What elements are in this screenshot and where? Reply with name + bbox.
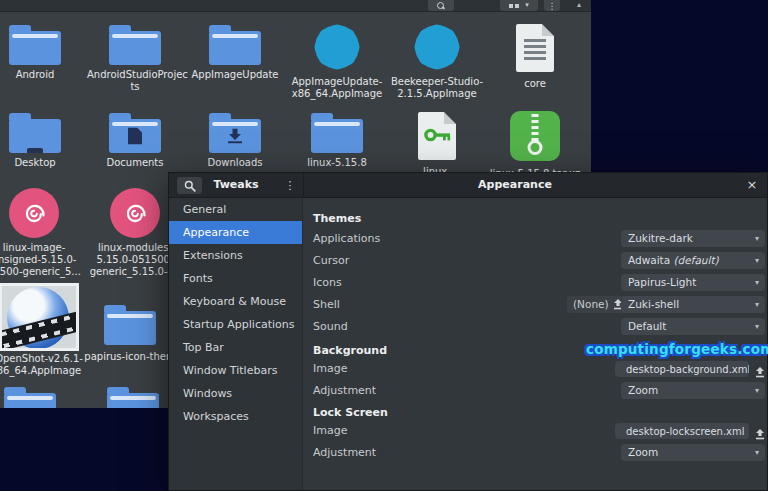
sidebar-item-window-titlebars[interactable]: Window Titlebars: [169, 359, 302, 382]
file-item[interactable]: Android: [0, 20, 83, 81]
folder-icon: [107, 393, 159, 408]
row-label-sound: Sound: [313, 318, 348, 335]
file-item[interactable]: Documents: [87, 108, 183, 169]
cursor-theme-dropdown[interactable]: Adwaita (default) ▾: [621, 252, 765, 269]
file-label: AppImageUpdate- x86_64.AppImage: [289, 76, 385, 100]
sidebar-item-extensions[interactable]: Extensions: [169, 244, 302, 267]
row-label-adjustment: Adjustment: [313, 382, 376, 399]
file-label: OpenShot-v2.6.1- 86_64.AppImage: [0, 353, 87, 377]
chevron-down-icon: ▾: [525, 0, 529, 10]
search-button[interactable]: [177, 177, 202, 194]
row-label-adjustment: Adjustment: [313, 444, 376, 461]
deb-package-icon: [110, 188, 160, 238]
search-icon: [437, 2, 445, 10]
file-label: Android: [0, 69, 83, 81]
sidebar-item-appearance[interactable]: Appearance: [169, 221, 302, 244]
search-button[interactable]: [428, 0, 454, 11]
upload-button[interactable]: [755, 425, 767, 437]
dropdown-value: Zukitre-dark: [628, 232, 693, 244]
grid-view-icon: [509, 4, 520, 9]
file-item[interactable]: linux-5.15.8.tar.xz: [487, 110, 583, 180]
row-label-applications: Applications: [313, 230, 380, 247]
close-button[interactable]: ×: [743, 177, 761, 194]
file-item[interactable]: [0, 382, 78, 408]
row-label-image: Image: [313, 422, 347, 439]
tweaks-sidebar: General Appearance Extensions Fonts Keyb…: [169, 198, 303, 490]
chevron-down-icon: ▾: [755, 296, 759, 313]
page-title: Appearance: [303, 178, 727, 191]
file-label: core: [487, 78, 583, 90]
section-header-themes: Themes: [313, 211, 361, 226]
file-label: Desktop: [0, 157, 83, 169]
chevron-down-icon: ▾: [755, 444, 759, 461]
tweaks-window: Tweaks ⋮ Appearance × General Appearance…: [168, 172, 768, 491]
sidebar-item-general[interactable]: General: [169, 198, 302, 221]
background-adjustment-dropdown[interactable]: Zoom ▾: [621, 382, 765, 399]
downloads-folder-icon: [209, 119, 261, 153]
shell-none-label: (None): [573, 296, 609, 313]
file-item[interactable]: Beekeeper-Studio- 2.1.5.AppImage: [389, 22, 485, 100]
chevron-down-icon: ▾: [755, 252, 759, 269]
sidebar-item-windows[interactable]: Windows: [169, 382, 302, 405]
openshot-thumbnail: [0, 283, 79, 351]
view-toggle-button[interactable]: ▾: [500, 0, 538, 11]
sidebar-item-top-bar[interactable]: Top Bar: [169, 336, 302, 359]
file-item[interactable]: OpenShot-v2.6.1- 86_64.AppImage: [0, 283, 87, 377]
page-emblem-icon: [128, 127, 142, 148]
file-item[interactable]: Desktop: [0, 108, 83, 169]
window-menu-button[interactable]: ⋮: [544, 0, 560, 11]
file-item[interactable]: linux-image- unsigned-5.15.0- 51500-gene…: [0, 188, 82, 277]
file-item[interactable]: AppImageUpdate- x86_64.AppImage: [289, 22, 385, 100]
file-item[interactable]: AppImageUpdate: [187, 20, 283, 81]
file-button-value: desktop-lockscreen.xml: [626, 426, 745, 437]
debian-swirl-icon: [18, 197, 50, 229]
file-label: linux-5.15.8: [289, 157, 385, 169]
sidebar-item-keyboard-mouse[interactable]: Keyboard & Mouse: [169, 290, 302, 313]
file-item[interactable]: core: [487, 22, 583, 90]
background-image-file-button[interactable]: desktop-background.xml: [615, 361, 749, 377]
kebab-menu-button[interactable]: ⋮: [281, 177, 299, 194]
download-arrow-emblem-icon: [227, 128, 243, 147]
dropdown-value: Zoom: [628, 384, 658, 396]
file-item[interactable]: papirus-icon-them: [82, 300, 178, 363]
file-manager-toolbar: ▾ ⋮ ▴: [0, 0, 591, 12]
icons-theme-dropdown[interactable]: Papirus-Light ▾: [621, 274, 765, 291]
chevron-down-icon: ▾: [755, 318, 759, 335]
file-item[interactable]: AndroidStudioProjec ts: [87, 20, 183, 93]
applications-theme-dropdown[interactable]: Zukitre-dark ▾: [621, 230, 765, 247]
tweaks-headerbar: Tweaks ⋮ Appearance ×: [169, 173, 767, 198]
file-label: Downloads: [187, 157, 283, 169]
deb-package-icon: [9, 188, 59, 238]
upload-button[interactable]: [755, 363, 767, 375]
zip-archive-icon: [510, 111, 560, 161]
sidebar-item-startup-applications[interactable]: Startup Applications: [169, 313, 302, 336]
debian-swirl-icon: [119, 197, 151, 229]
upload-icon: [755, 429, 765, 440]
file-item[interactable]: Downloads: [187, 108, 283, 169]
chevron-up-icon[interactable]: ▴: [571, 0, 587, 11]
file-label: Beekeeper-Studio- 2.1.5.AppImage: [389, 76, 485, 100]
shell-theme-file-button[interactable]: (None): [567, 296, 629, 313]
file-label: linux-image- unsigned-5.15.0- 51500-gene…: [0, 242, 82, 277]
key-icon: [424, 127, 451, 147]
dropdown-value: Adwaita: [628, 254, 674, 266]
row-label-shell: Shell: [313, 296, 340, 313]
sidebar-item-workspaces[interactable]: Workspaces: [169, 405, 302, 428]
upload-icon: [755, 367, 765, 378]
signature-file-icon: [418, 112, 456, 160]
lockscreen-adjustment-dropdown[interactable]: Zoom ▾: [621, 444, 765, 461]
file-item[interactable]: [85, 382, 181, 408]
folder-icon: [209, 31, 261, 65]
lockscreen-image-file-button[interactable]: desktop-lockscreen.xml: [615, 423, 749, 439]
section-header-background: Background: [313, 343, 387, 358]
row-label-image: Image: [313, 360, 347, 377]
file-button-value: desktop-background.xml: [626, 364, 749, 375]
window-title: Tweaks: [203, 178, 269, 191]
sound-theme-dropdown[interactable]: Default ▾: [621, 318, 765, 335]
appimage-gear-icon: [314, 24, 360, 70]
sidebar-item-fonts[interactable]: Fonts: [169, 267, 302, 290]
chevron-down-icon: ▾: [755, 230, 759, 247]
shell-theme-dropdown[interactable]: Zuki-shell ▾: [621, 296, 765, 313]
file-item[interactable]: linux-5.15.8: [289, 108, 385, 169]
folder-icon: [104, 311, 156, 345]
